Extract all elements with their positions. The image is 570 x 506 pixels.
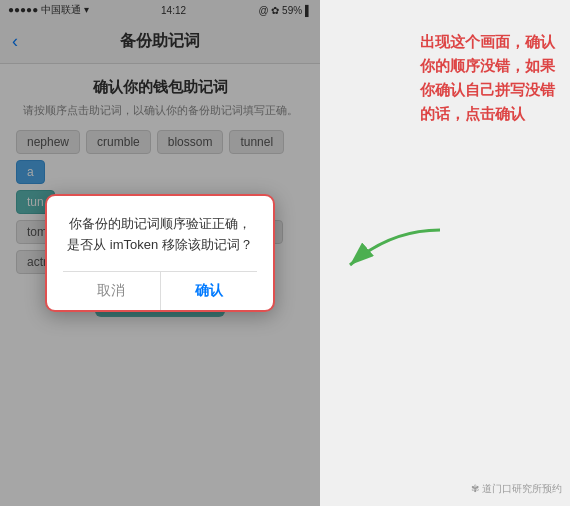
annotation-arrow	[330, 220, 450, 280]
dialog-actions: 取消 确认	[63, 271, 257, 310]
dialog-ok-button[interactable]: 确认	[161, 272, 258, 310]
phone-frame: ●●●●● 中国联通 ▾ 14:12 @ ✿ 59% ▌ ‹ 备份助记词 确认你…	[0, 0, 320, 506]
dialog-cancel-button[interactable]: 取消	[63, 272, 161, 310]
annotation-area: 出现这个画面，确认你的顺序没错，如果你确认自己拼写没错的话，点击确认 ✾ 道门口…	[320, 0, 570, 506]
annotation-text: 出现这个画面，确认你的顺序没错，如果你确认自己拼写没错的话，点击确认	[420, 30, 560, 126]
dialog-overlay: 你备份的助记词顺序验证正确，是否从 imToken 移除该助记词？ 取消 确认	[0, 0, 320, 506]
dialog-message: 你备份的助记词顺序验证正确，是否从 imToken 移除该助记词？	[63, 214, 257, 256]
watermark: ✾ 道门口研究所预约	[471, 482, 562, 496]
dialog-box: 你备份的助记词顺序验证正确，是否从 imToken 移除该助记词？ 取消 确认	[45, 194, 275, 313]
